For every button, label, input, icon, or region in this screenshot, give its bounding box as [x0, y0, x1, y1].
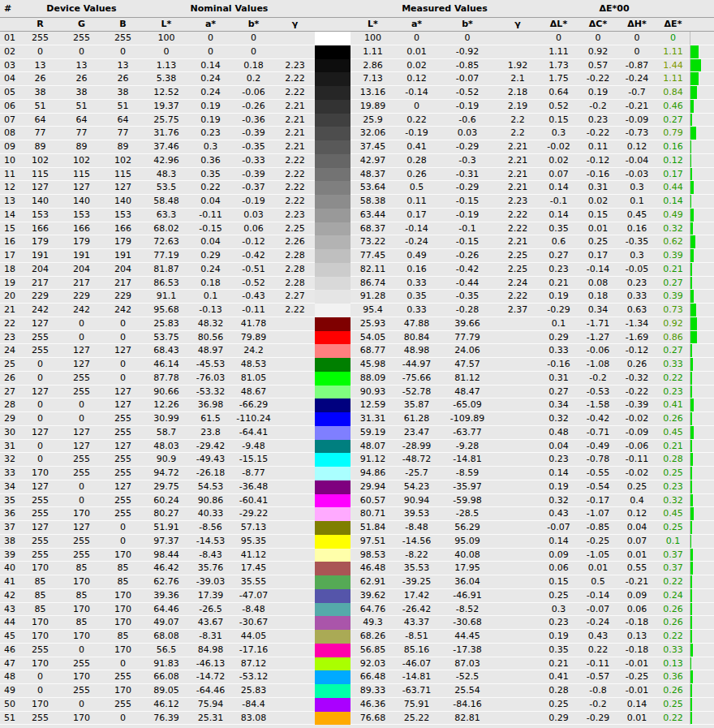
- nominal-l-value: 19.37: [144, 100, 189, 114]
- nominal-a-value: -8.31: [189, 630, 232, 644]
- nominal-l-value: 53.75: [144, 331, 189, 345]
- measured-gamma-value: 2.21: [497, 154, 539, 168]
- delta-h-value: -0.09: [617, 114, 656, 127]
- device-b-value: 26: [102, 72, 144, 86]
- delta-l-value: -0.1: [539, 195, 579, 209]
- table-row: 23 255 0 0 53.75 80.56 79.89 54.05 80.84…: [0, 331, 714, 345]
- column-header-delta-l: ΔL*: [539, 18, 579, 31]
- nominal-a-value: -26.5: [189, 603, 232, 617]
- measured-b-value: -14.81: [438, 453, 497, 467]
- device-g-value: 127: [61, 521, 102, 535]
- table-row: 49 0 255 170 89.05 -64.46 25.83 89.33 -6…: [0, 684, 714, 698]
- color-swatch: [315, 386, 351, 399]
- delta-h-value: 0.06: [617, 603, 656, 617]
- delta-e-value: 0.14: [656, 195, 690, 209]
- table-row: 03 13 13 13 1.13 0.14 0.18 2.23 2.86 0.0…: [0, 59, 714, 73]
- delta-e-value: 0.26: [656, 412, 690, 426]
- nominal-b-value: 81.05: [232, 372, 275, 386]
- nominal-b-value: -0.39: [232, 168, 275, 182]
- nominal-a-value: 0.19: [189, 100, 232, 114]
- delta-e-bar: [690, 507, 694, 520]
- row-number: 50: [0, 698, 19, 712]
- device-g-value: 127: [61, 181, 102, 195]
- device-g-value: 255: [61, 549, 102, 562]
- nominal-l-value: 46.14: [144, 358, 189, 372]
- measured-gamma-value: [497, 467, 539, 480]
- column-header-g: G: [61, 18, 102, 31]
- table-row: 13 140 140 140 58.48 0.04 -0.19 2.22 58.…: [0, 195, 714, 209]
- delta-e-bar: [690, 168, 692, 181]
- delta-e-value: 0.26: [656, 616, 690, 630]
- color-swatch: [315, 521, 351, 535]
- delta-h-value: 0.1: [617, 195, 656, 209]
- device-r-value: 0: [19, 684, 61, 698]
- device-g-value: 64: [61, 114, 102, 127]
- device-r-value: 77: [19, 127, 61, 140]
- delta-e-bar-cell: [690, 507, 714, 521]
- measured-a-value: 0.28: [395, 154, 438, 168]
- measured-gamma-value: [497, 603, 539, 617]
- delta-c-value: -0.22: [579, 72, 617, 86]
- measured-l-value: 100: [351, 32, 395, 45]
- measured-gamma-value: [497, 480, 539, 494]
- device-g-value: 0: [61, 698, 102, 712]
- measured-b-value: -0.44: [438, 277, 497, 291]
- delta-c-value: -0.25: [579, 535, 617, 549]
- measured-b-value: -0.26: [438, 249, 497, 263]
- device-g-value: 170: [61, 712, 102, 726]
- measured-a-value: -26.42: [395, 603, 438, 617]
- nominal-b-value: 79.89: [232, 331, 275, 345]
- nominal-gamma-value: [275, 712, 315, 726]
- measured-gamma-value: [497, 562, 539, 575]
- measured-l-value: 37.45: [351, 140, 395, 154]
- measured-a-value: 0.11: [395, 195, 438, 209]
- measured-l-value: 89.33: [351, 684, 395, 698]
- row-number: 40: [0, 562, 19, 575]
- nominal-l-value: 56.5: [144, 644, 189, 657]
- measured-l-value: 68.77: [351, 344, 395, 358]
- delta-e-bar: [690, 440, 692, 453]
- row-number: 43: [0, 603, 19, 617]
- device-r-value: 191: [19, 249, 61, 263]
- device-r-value: 255: [19, 344, 61, 358]
- nominal-l-value: 94.72: [144, 467, 189, 480]
- delta-e-bar-cell: [690, 45, 714, 59]
- column-header-measured-b: b*: [438, 18, 497, 31]
- table-row: 30 127 127 255 58.7 23.8 -64.41 59.19 23…: [0, 426, 714, 440]
- delta-e-value: 0.22: [656, 630, 690, 644]
- delta-h-value: -0.01: [617, 657, 656, 671]
- nominal-b-value: -0.36: [232, 114, 275, 127]
- delta-e-value: 0.79: [656, 127, 690, 140]
- nominal-a-value: 84.98: [189, 644, 232, 657]
- measured-b-value: 77.79: [438, 331, 497, 345]
- color-swatch: [315, 440, 351, 454]
- device-r-value: 170: [19, 657, 61, 671]
- delta-e-value: 0.45: [656, 507, 690, 521]
- delta-c-value: 0.17: [579, 249, 617, 263]
- delta-e-value: 0.36: [656, 670, 690, 684]
- measured-a-value: -0.24: [395, 235, 438, 249]
- delta-e-bar-cell: [690, 698, 714, 712]
- table-row: 29 0 0 255 30.99 61.5 -110.24 31.31 61.2…: [0, 412, 714, 426]
- table-row: 25 0 127 0 46.14 -45.53 48.53 45.98 -44.…: [0, 358, 714, 372]
- nominal-a-value: 0: [189, 32, 232, 45]
- color-swatch: [315, 670, 351, 684]
- nominal-l-value: 81.87: [144, 263, 189, 277]
- measured-b-value: -28.5: [438, 507, 497, 521]
- device-b-value: 85: [102, 630, 144, 644]
- delta-e-value: 0.37: [656, 549, 690, 562]
- delta-l-value: 0.14: [539, 209, 579, 222]
- nominal-l-value: 64.46: [144, 603, 189, 617]
- device-r-value: 255: [19, 549, 61, 562]
- nominal-b-value: -0.42: [232, 249, 275, 263]
- delta-e-value: 0.33: [656, 644, 690, 657]
- measured-a-value: -28.99: [395, 440, 438, 454]
- delta-e-bar-cell: [690, 290, 714, 304]
- nominal-gamma-value: 2.22: [275, 168, 315, 182]
- table-row: 01 255 255 255 100 0 0 100 0 0 0 0 0 0: [0, 32, 714, 45]
- nominal-b-value: -53.12: [232, 670, 275, 684]
- delta-h-value: 0.01: [617, 549, 656, 562]
- delta-c-value: -0.71: [579, 426, 617, 440]
- delta-c-value: -0.49: [579, 440, 617, 454]
- delta-e-value: 0.37: [656, 562, 690, 575]
